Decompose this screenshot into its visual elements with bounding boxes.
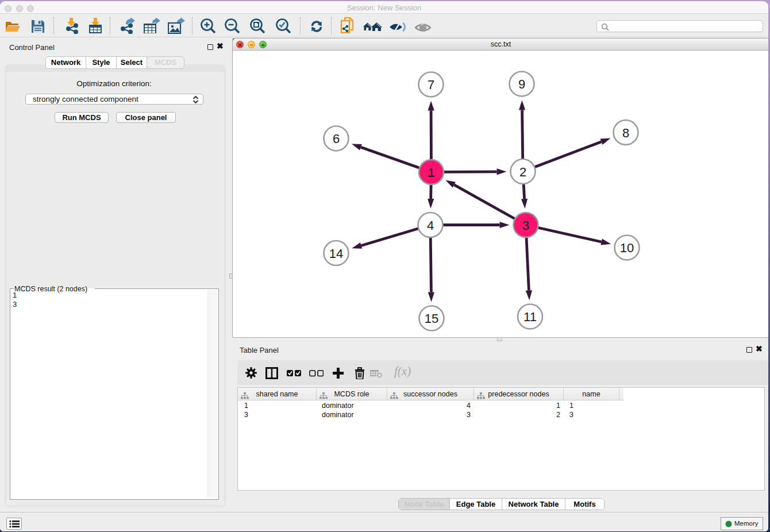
svg-text:1: 1 bbox=[428, 165, 434, 180]
svg-text:7: 7 bbox=[428, 78, 434, 92]
svg-text:3: 3 bbox=[522, 218, 529, 233]
svg-text:6: 6 bbox=[333, 132, 340, 146]
svg-text:14: 14 bbox=[329, 246, 343, 261]
svg-text:8: 8 bbox=[622, 126, 629, 140]
svg-text:10: 10 bbox=[620, 241, 634, 255]
svg-text:9: 9 bbox=[518, 77, 525, 91]
svg-text:15: 15 bbox=[425, 311, 438, 326]
svg-text:2: 2 bbox=[519, 165, 526, 179]
svg-text:11: 11 bbox=[523, 310, 537, 324]
svg-text:4: 4 bbox=[427, 218, 434, 233]
